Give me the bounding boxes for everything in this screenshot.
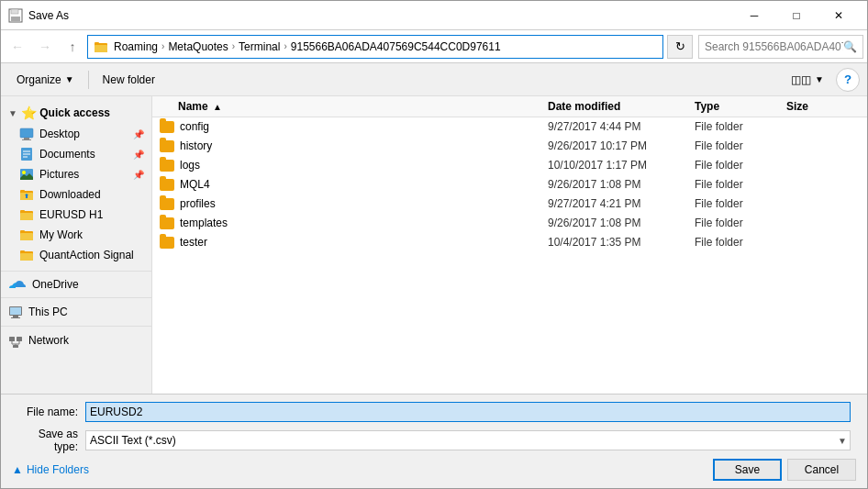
table-row[interactable]: MQL4 9/26/2017 1:08 PM File folder <box>152 175 867 194</box>
search-input[interactable] <box>705 40 843 53</box>
up-button[interactable]: ↑ <box>60 34 85 60</box>
folder-icon <box>160 217 174 229</box>
sidebar-item-mywork[interactable]: My Work <box>1 225 151 245</box>
forward-button[interactable]: → <box>32 34 58 60</box>
svg-rect-31 <box>11 317 20 318</box>
quick-access-header[interactable]: ▼ ⭐ Quick access <box>1 102 151 124</box>
back-button[interactable]: ← <box>5 34 30 60</box>
quick-access-chevron: ▼ <box>8 108 17 118</box>
search-box[interactable]: 🔍 <box>698 35 863 59</box>
file-type-cell: File folder <box>695 120 786 133</box>
chevron-up-icon: ▲ <box>12 463 23 476</box>
file-date-cell: 9/26/2017 10:17 PM <box>548 139 695 152</box>
svg-rect-33 <box>17 337 22 341</box>
pictures-pin-icon: 📌 <box>133 170 144 180</box>
minimize-button[interactable]: ─ <box>733 1 775 30</box>
refresh-button[interactable]: ↻ <box>667 35 693 59</box>
svg-rect-2 <box>11 17 20 21</box>
col-header-type[interactable]: Type <box>695 100 786 113</box>
svg-rect-7 <box>24 138 29 139</box>
cancel-button[interactable]: Cancel <box>787 459 856 481</box>
saveastype-select[interactable]: ASCII Text (*.csv) <box>85 430 851 450</box>
saveastype-wrapper[interactable]: ASCII Text (*.csv) ▼ <box>85 430 851 450</box>
filename-input[interactable] <box>85 402 851 422</box>
path-display: Roaming › MetaQuotes › Terminal › 915566… <box>94 39 501 54</box>
sidebar-item-quantaction[interactable]: QuantAction Signal <box>1 245 151 265</box>
save-as-icon <box>8 8 23 23</box>
sidebar-divider-1 <box>1 271 151 272</box>
svg-rect-27 <box>20 250 25 253</box>
svg-rect-26 <box>20 253 33 261</box>
view-toggle-button[interactable]: ◫◫ ▼ <box>783 68 832 92</box>
documents-pin-icon: 📌 <box>133 150 144 160</box>
file-type-cell: File folder <box>695 236 786 249</box>
hide-folders-toggle[interactable]: ▲ Hide Folders <box>12 461 89 478</box>
sidebar-item-thispc[interactable]: This PC <box>1 302 151 322</box>
close-button[interactable]: ✕ <box>818 1 860 30</box>
col-header-date[interactable]: Date modified <box>548 100 695 113</box>
table-row[interactable]: logs 10/10/2017 1:17 PM File folder <box>152 156 867 175</box>
folder-icon <box>160 140 174 152</box>
toolbar-separator <box>88 71 89 89</box>
organize-button[interactable]: Organize ▼ <box>8 68 83 92</box>
sidebar-item-desktop[interactable]: Desktop 📌 <box>1 124 151 144</box>
table-row[interactable]: tester 10/4/2017 1:35 PM File folder <box>152 233 867 252</box>
file-name-cell: history <box>160 139 548 152</box>
new-folder-button[interactable]: New folder <box>95 68 163 92</box>
file-date-cell: 9/27/2017 4:21 PM <box>548 197 695 210</box>
sidebar-item-documents[interactable]: Documents 📌 <box>1 144 151 164</box>
folder-icon <box>160 160 174 172</box>
file-list-header: Name ▲ Date modified Type Size <box>152 96 867 117</box>
toolbar: Organize ▼ New folder ◫◫ ▼ ? <box>1 63 867 96</box>
sidebar-item-pictures[interactable]: Pictures 📌 <box>1 164 151 184</box>
svg-rect-8 <box>22 139 31 140</box>
file-type-cell: File folder <box>695 197 786 210</box>
sidebar-item-network[interactable]: Network <box>1 330 151 350</box>
file-date-cell: 9/26/2017 1:08 PM <box>548 217 695 229</box>
sidebar-item-onedrive[interactable]: OneDrive <box>1 275 151 294</box>
address-bar: ← → ↑ Roaming › MetaQuotes › Terminal › … <box>1 30 867 63</box>
file-name-cell: templates <box>160 217 548 229</box>
quantaction-folder-icon <box>19 248 34 262</box>
documents-icon <box>19 147 34 161</box>
bottom-section: File name: Save as type: ASCII Text (*.c… <box>1 394 867 488</box>
col-header-size[interactable]: Size <box>786 100 860 113</box>
save-button[interactable]: Save <box>713 459 782 481</box>
sidebar-item-eurusd[interactable]: EURUSD H1 <box>1 205 151 225</box>
table-row[interactable]: profiles 9/27/2017 4:21 PM File folder <box>152 194 867 214</box>
maximize-button[interactable]: □ <box>775 1 818 30</box>
folder-icon <box>160 237 174 249</box>
file-date-cell: 10/10/2017 1:17 PM <box>548 159 695 172</box>
table-row[interactable]: templates 9/26/2017 1:08 PM File folder <box>152 214 867 233</box>
folder-path-icon <box>94 39 108 54</box>
table-row[interactable]: history 9/26/2017 10:17 PM File folder <box>152 137 867 156</box>
pin-icon: 📌 <box>133 129 144 139</box>
file-date-cell: 10/4/2017 1:35 PM <box>548 236 695 249</box>
eurusd-folder-icon <box>19 207 34 222</box>
mywork-folder-icon <box>19 228 34 242</box>
svg-rect-23 <box>20 233 33 240</box>
folder-icon <box>160 121 174 133</box>
svg-rect-20 <box>20 213 33 220</box>
pictures-icon <box>19 167 34 182</box>
svg-rect-24 <box>20 230 25 233</box>
saveastype-label: Save as type: <box>12 428 85 453</box>
address-path[interactable]: Roaming › MetaQuotes › Terminal › 915566… <box>87 35 663 59</box>
col-header-name[interactable]: Name ▲ <box>160 100 548 113</box>
file-type-cell: File folder <box>695 217 786 229</box>
file-type-cell: File folder <box>695 139 786 152</box>
svg-rect-29 <box>10 307 21 315</box>
file-list: Name ▲ Date modified Type Size config <box>152 96 867 394</box>
file-name-cell: MQL4 <box>160 178 548 191</box>
onedrive-icon <box>8 278 27 291</box>
downloaded-icon <box>19 187 34 202</box>
svg-rect-17 <box>20 190 25 193</box>
sidebar: ▼ ⭐ Quick access Desktop 📌 <box>1 96 152 394</box>
sidebar-divider-2 <box>1 297 151 298</box>
sidebar-item-downloaded[interactable]: Downloaded <box>1 184 151 205</box>
svg-rect-5 <box>95 42 99 45</box>
saveastype-row: Save as type: ASCII Text (*.csv) ▼ <box>12 428 856 453</box>
help-button[interactable]: ? <box>836 68 860 92</box>
table-row[interactable]: config 9/27/2017 4:44 PM File folder <box>152 117 867 137</box>
file-type-cell: File folder <box>695 178 786 191</box>
